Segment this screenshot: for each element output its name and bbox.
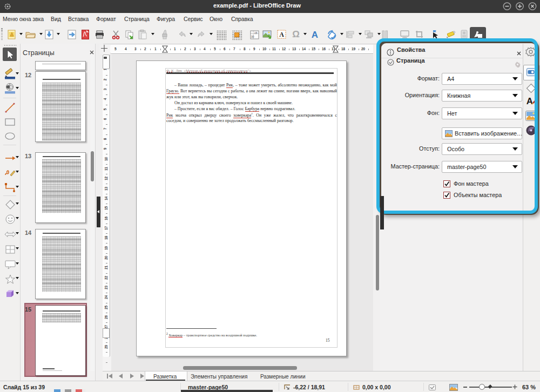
svg-text:30: 30 [251, 35, 254, 38]
svg-text:A: A [279, 31, 284, 38]
svg-text:A: A [312, 30, 318, 39]
svg-text:15: 15 [254, 31, 258, 35]
svg-text:Ω: Ω [292, 29, 300, 39]
